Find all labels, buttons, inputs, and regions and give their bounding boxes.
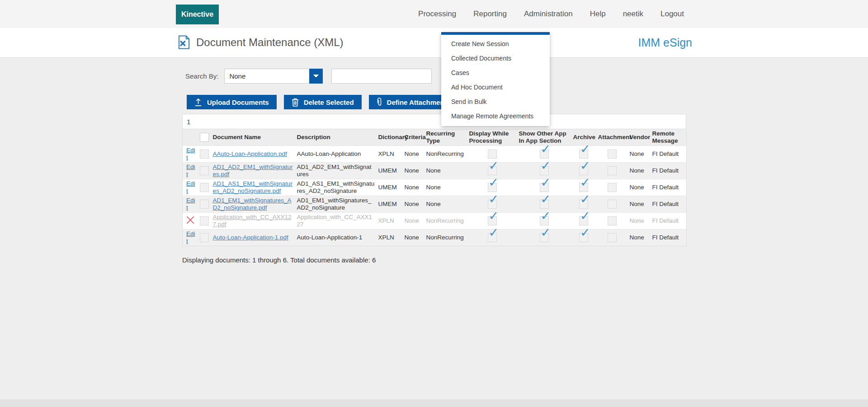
kinective-logo[interactable]: Kinective	[176, 5, 219, 24]
show-other-app-checkbox[interactable]	[540, 183, 549, 192]
table-row: Edit AD1_AS1_EM1_withSignatures_AD2_noSi…	[183, 179, 687, 196]
header-criteria: Criteria	[403, 129, 425, 146]
vendor-cell: None	[628, 213, 651, 229]
remote-message-cell: FI Default	[651, 179, 687, 196]
nav-item-logout[interactable]: Logout	[660, 9, 684, 19]
search-input[interactable]	[331, 69, 432, 84]
select-all-checkbox[interactable]	[200, 133, 209, 142]
document-name-link[interactable]: AD1_EM1_withSignatures_AD2_noSignature.p…	[213, 197, 292, 211]
attachment-checkbox[interactable]	[608, 233, 617, 242]
attachment-checkbox[interactable]	[608, 216, 617, 225]
edit-link[interactable]: Edit	[186, 230, 195, 244]
nav-item-help[interactable]: Help	[590, 9, 606, 19]
archive-checkbox[interactable]	[579, 183, 588, 192]
display-while-processing-checkbox[interactable]	[488, 233, 497, 242]
document-tools-icon	[178, 35, 190, 49]
nav-item-user[interactable]: neetik	[623, 9, 643, 19]
criteria-cell: None	[403, 229, 425, 246]
menu-item-manage-remote-agreements[interactable]: Manage Remote Agreements	[441, 109, 550, 123]
search-row: Search By: None	[182, 58, 686, 84]
nav-item-administration[interactable]: Administration	[524, 9, 573, 19]
delete-selected-button[interactable]: Delete Selected	[284, 95, 362, 109]
row-checkbox[interactable]	[200, 200, 209, 209]
documents-summary: Displaying documents: 1 through 6. Total…	[182, 256, 686, 264]
edit-link[interactable]: Edit	[186, 180, 195, 194]
deleted-x-icon	[186, 216, 194, 224]
remote-message-cell: FI Default	[651, 196, 687, 213]
dictionary-cell: XPLN	[377, 146, 403, 163]
attachment-checkbox[interactable]	[608, 200, 617, 209]
archive-checkbox[interactable]	[579, 150, 588, 159]
search-by-select[interactable]: None	[224, 69, 323, 84]
chevron-down-icon[interactable]	[309, 69, 323, 84]
nav-item-reporting[interactable]: Reporting	[473, 9, 507, 19]
attachment-checkbox[interactable]	[608, 150, 617, 159]
header-dictionary: Dictionary	[377, 129, 403, 146]
document-name-link[interactable]: Auto-Loan-Application-1.pdf	[213, 234, 288, 241]
toolbar: Upload Documents Delete Selected Define …	[187, 95, 686, 109]
remote-message-cell: FI Default	[651, 146, 687, 163]
pagination-bar: 1	[182, 114, 686, 129]
menu-item-create-new-session[interactable]: Create New Session	[441, 37, 550, 51]
bottom-strip	[0, 399, 868, 407]
display-while-processing-checkbox[interactable]	[488, 183, 497, 192]
header-vendor: Vendor	[628, 129, 651, 146]
menu-item-send-in-bulk[interactable]: Send in Bulk	[441, 94, 550, 109]
table-row: Edit AD1_AD2_EM1_withSignatures.pdf AD1_…	[183, 163, 687, 179]
menu-item-ad-hoc-document[interactable]: Ad Hoc Document	[441, 80, 550, 94]
attachment-checkbox[interactable]	[608, 166, 617, 175]
show-other-app-checkbox[interactable]	[540, 166, 549, 175]
dictionary-cell: XPLN	[377, 229, 403, 246]
recurring-type-cell: NonRecurring	[425, 213, 467, 229]
header-action	[183, 129, 198, 146]
page-header: Document Maintenance (XML) IMM eSign	[0, 28, 868, 58]
archive-checkbox[interactable]	[579, 166, 588, 175]
archive-checkbox[interactable]	[579, 233, 588, 242]
archive-checkbox[interactable]	[579, 216, 588, 225]
page-number-1[interactable]: 1	[187, 118, 190, 126]
show-other-app-checkbox[interactable]	[540, 233, 549, 242]
description-cell: AD1_AS1_EM1_withSignatures_AD2_noSignatu…	[295, 179, 377, 196]
archive-checkbox[interactable]	[579, 200, 588, 209]
header-attachment: Attachment	[596, 129, 628, 146]
show-other-app-checkbox[interactable]	[540, 200, 549, 209]
edit-link[interactable]: Edit	[186, 197, 195, 211]
document-name-link[interactable]: AD1_AD2_EM1_withSignatures.pdf	[213, 164, 293, 178]
show-other-app-checkbox[interactable]	[540, 150, 549, 159]
main-nav: Processing Reporting Administration Help…	[418, 0, 684, 28]
row-checkbox[interactable]	[200, 233, 209, 242]
attachment-checkbox[interactable]	[608, 183, 617, 192]
document-name-link[interactable]: AAuto-Loan-Application.pdf	[213, 150, 287, 157]
document-name-link[interactable]: AD1_AS1_EM1_withSignatures_AD2_noSignatu…	[213, 180, 292, 194]
vendor-cell: None	[628, 146, 651, 163]
header-display-while-processing: Display While Processing	[467, 129, 517, 146]
edit-link[interactable]: Edit	[186, 164, 195, 178]
criteria-cell: None	[403, 213, 425, 229]
edit-link[interactable]: Edit	[186, 147, 195, 161]
table-header-row: Document Name Description Dictionary Cri…	[183, 129, 687, 146]
remote-message-cell: FI Default	[651, 229, 687, 246]
menu-item-collected-documents[interactable]: Collected Documents	[441, 51, 550, 65]
recurring-type-cell: NonRecurring	[425, 146, 467, 163]
row-checkbox[interactable]	[200, 150, 209, 159]
description-cell: Auto-Loan-Application-1	[295, 229, 377, 246]
table-row: Edit AAuto-Loan-Application.pdf AAuto-Lo…	[183, 146, 687, 163]
upload-documents-button[interactable]: Upload Documents	[187, 95, 277, 109]
display-while-processing-checkbox[interactable]	[488, 150, 497, 159]
menu-item-cases[interactable]: Cases	[441, 65, 550, 80]
display-while-processing-checkbox[interactable]	[488, 216, 497, 225]
row-checkbox[interactable]	[200, 216, 209, 225]
row-checkbox[interactable]	[200, 166, 209, 175]
row-checkbox[interactable]	[200, 183, 209, 192]
header-remote-message: Remote Message	[651, 129, 687, 146]
document-name-link[interactable]: Application_with_CC_AXX127.pdf	[213, 214, 292, 228]
show-other-app-checkbox[interactable]	[540, 216, 549, 225]
display-while-processing-checkbox[interactable]	[488, 166, 497, 175]
documents-table: Document Name Description Dictionary Cri…	[182, 129, 687, 246]
page-title: Document Maintenance (XML)	[178, 35, 343, 49]
dictionary-cell: XPLN	[377, 213, 403, 229]
vendor-cell: None	[628, 196, 651, 213]
display-while-processing-checkbox[interactable]	[488, 200, 497, 209]
criteria-cell: None	[403, 196, 425, 213]
nav-item-processing[interactable]: Processing	[418, 9, 456, 19]
